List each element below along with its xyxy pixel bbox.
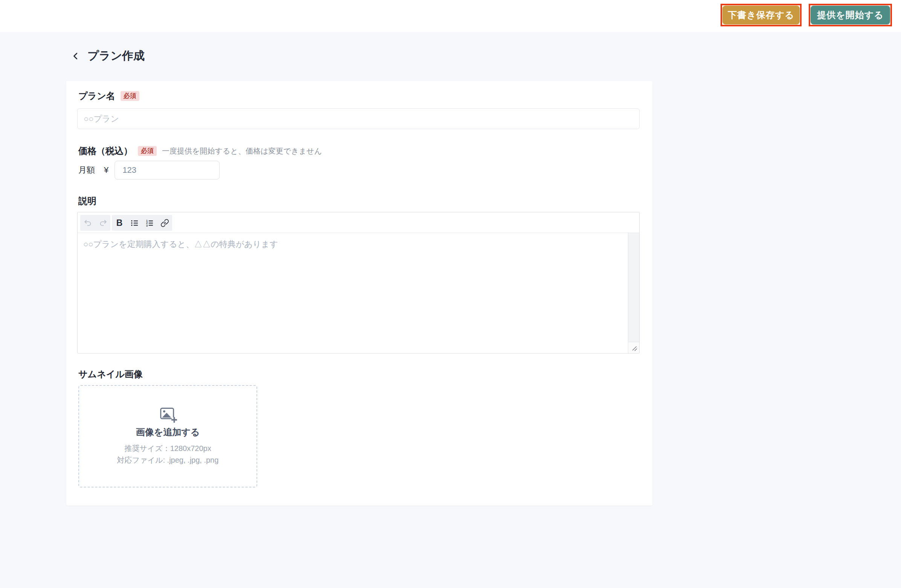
redo-icon xyxy=(99,219,108,227)
add-image-icon xyxy=(159,406,177,423)
undo-button[interactable] xyxy=(80,215,95,231)
bullet-list-icon xyxy=(130,219,139,227)
editor-toolbar: B 1 xyxy=(80,215,172,231)
upload-hints: 推奨サイズ：1280x720px 対応ファイル: .jpeg, .jpg, .p… xyxy=(117,443,219,466)
price-label-row: 価格（税込） 必須 一度提供を開始すると、価格は変更できません xyxy=(78,145,322,157)
required-badge: 必須 xyxy=(138,146,157,156)
price-input[interactable] xyxy=(114,161,220,180)
price-label: 価格（税込） xyxy=(78,145,132,157)
back-button[interactable] xyxy=(71,50,81,62)
ordered-list-button[interactable]: 1 2 3 xyxy=(142,215,157,231)
bullet-list-button[interactable] xyxy=(127,215,142,231)
resize-grip-icon xyxy=(631,345,638,352)
description-textarea[interactable]: ○○プランを定期購入すると、△△の特典があります xyxy=(78,233,628,353)
editor-resize-handle[interactable] xyxy=(628,342,639,353)
price-input-row: 月額 ¥ xyxy=(78,161,220,180)
plan-name-label-row: プラン名 必須 xyxy=(78,90,139,102)
description-editor: B 1 xyxy=(77,212,639,353)
add-image-label: 画像を追加する xyxy=(136,426,200,438)
ordered-list-icon: 1 2 3 xyxy=(145,219,154,227)
description-placeholder: ○○プランを定期購入すると、△△の特典があります xyxy=(83,240,278,249)
price-period-label: 月額 xyxy=(78,165,95,176)
price-note: 一度提供を開始すると、価格は変更できません xyxy=(162,146,322,156)
size-hint: 推奨サイズ：1280x720px xyxy=(117,443,219,454)
currency-symbol: ¥ xyxy=(104,165,109,175)
plan-name-label: プラン名 xyxy=(78,90,115,102)
thumbnail-upload-dropzone[interactable]: 画像を追加する 推奨サイズ：1280x720px 対応ファイル: .jpeg, … xyxy=(78,385,257,487)
start-offering-button[interactable]: 提供を開始する xyxy=(811,6,890,25)
toolbar-history-group xyxy=(80,215,111,231)
toolbar-format-group: B 1 xyxy=(112,215,172,231)
plan-create-page: 下書き保存する 提供を開始する プラン作成 プラン名 必須 価格（税込） 必須 xyxy=(0,0,901,588)
thumbnail-label: サムネイル画像 xyxy=(78,368,143,380)
annotation-box-start-offering: 提供を開始する xyxy=(809,4,892,26)
plan-form-card: プラン名 必須 価格（税込） 必須 一度提供を開始すると、価格は変更できません … xyxy=(66,81,652,506)
plan-name-input[interactable] xyxy=(77,109,639,129)
chevron-left-icon xyxy=(72,51,80,61)
editor-scrollbar[interactable] xyxy=(628,233,639,342)
link-icon xyxy=(161,219,169,227)
annotation-box-save-draft: 下書き保存する xyxy=(720,4,801,26)
svg-text:3: 3 xyxy=(146,224,147,227)
top-header-bar: 下書き保存する 提供を開始する xyxy=(0,0,901,32)
redo-button[interactable] xyxy=(95,215,111,231)
required-badge: 必須 xyxy=(120,91,139,101)
link-button[interactable] xyxy=(157,215,172,231)
page-title: プラン作成 xyxy=(87,48,145,64)
description-label: 説明 xyxy=(78,195,97,207)
save-draft-button[interactable]: 下書き保存する xyxy=(722,6,800,25)
bold-button[interactable]: B xyxy=(112,215,127,231)
undo-icon xyxy=(84,219,92,227)
file-hint: 対応ファイル: .jpeg, .jpg, .png xyxy=(117,454,219,466)
page-title-row: プラン作成 xyxy=(71,48,145,64)
